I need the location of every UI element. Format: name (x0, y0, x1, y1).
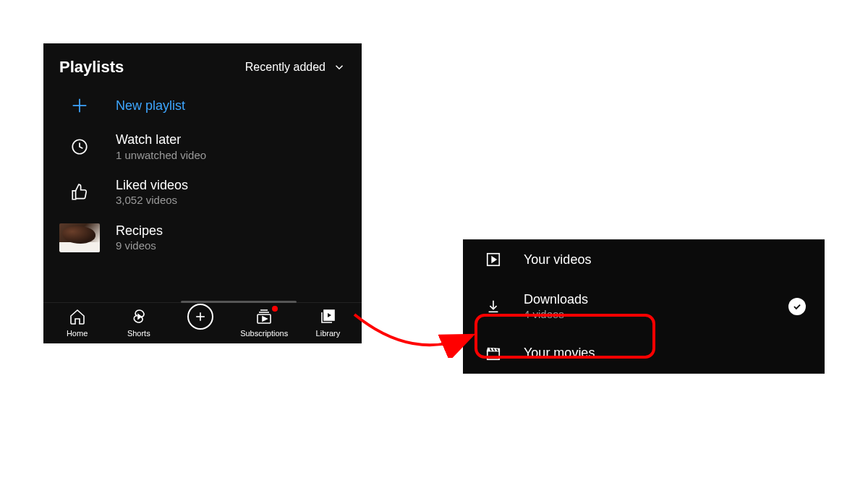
nav-library[interactable]: Library (306, 307, 349, 338)
playlist-thumbnail (59, 223, 100, 252)
nav-subscriptions[interactable]: Subscriptions (240, 307, 288, 338)
downloads-row[interactable]: Downloads 4 videos (463, 280, 825, 334)
playlist-recipes[interactable]: Recipes 9 videos (43, 215, 362, 261)
playlist-title: Liked videos (116, 177, 188, 194)
playlists-header: Playlists Recently added (43, 43, 362, 87)
row-title: Downloads (524, 291, 588, 308)
row-title: Your movies (524, 345, 595, 361)
chevron-down-icon (333, 61, 346, 74)
playlist-liked-videos[interactable]: Liked videos 3,052 videos (43, 170, 362, 215)
new-playlist-button[interactable]: New playlist (43, 87, 362, 124)
nav-label: Home (67, 329, 88, 338)
nav-label (199, 329, 201, 338)
playlist-sub: 9 videos (116, 239, 163, 253)
notification-dot (272, 306, 278, 312)
nav-shorts[interactable]: Shorts (117, 307, 161, 338)
svg-marker-13 (492, 257, 496, 262)
playlist-title: Recipes (116, 223, 163, 239)
svg-rect-16 (488, 351, 500, 359)
nav-home[interactable]: Home (56, 307, 99, 338)
library-icon (319, 308, 336, 325)
playlist-title: Watch later (116, 132, 206, 148)
nav-create[interactable] (179, 307, 222, 338)
your-movies-row[interactable]: Your movies (463, 333, 825, 373)
clapperboard-icon (485, 346, 501, 361)
svg-marker-9 (263, 317, 267, 321)
nav-label: Library (316, 329, 341, 338)
create-button (187, 304, 213, 330)
nav-label: Shorts (127, 329, 150, 338)
playlist-sub: 1 unwatched video (116, 148, 206, 163)
your-videos-row[interactable]: Your videos (463, 240, 825, 280)
playlist-watch-later[interactable]: Watch later 1 unwatched video (43, 124, 362, 170)
sort-dropdown[interactable]: Recently added (245, 61, 346, 74)
new-playlist-label: New playlist (116, 98, 185, 114)
bottom-nav: Home Shorts Subscriptions (43, 302, 362, 343)
plus-icon (193, 309, 208, 324)
clock-icon (70, 137, 89, 156)
library-items-panel: Your videos Downloads 4 videos Your movi… (463, 239, 825, 374)
row-title: Your videos (524, 252, 591, 268)
complete-check-icon (788, 298, 806, 315)
scroll-indicator (181, 301, 297, 303)
nav-label: Subscriptions (240, 329, 288, 338)
play-square-icon (485, 252, 501, 267)
svg-marker-3 (138, 314, 141, 319)
playlist-sub: 3,052 videos (116, 193, 188, 207)
library-playlists-panel: Playlists Recently added New playlist Wa… (43, 43, 362, 343)
playlists-list: New playlist Watch later 1 unwatched vid… (43, 87, 362, 302)
playlists-title: Playlists (59, 58, 124, 77)
home-icon (69, 308, 86, 325)
sort-label: Recently added (245, 61, 326, 74)
row-sub: 4 videos (524, 307, 588, 322)
subscriptions-icon (255, 308, 273, 325)
thumbs-up-icon (70, 183, 89, 202)
shorts-icon (130, 308, 148, 325)
download-icon (485, 299, 501, 314)
plus-icon (69, 95, 90, 116)
